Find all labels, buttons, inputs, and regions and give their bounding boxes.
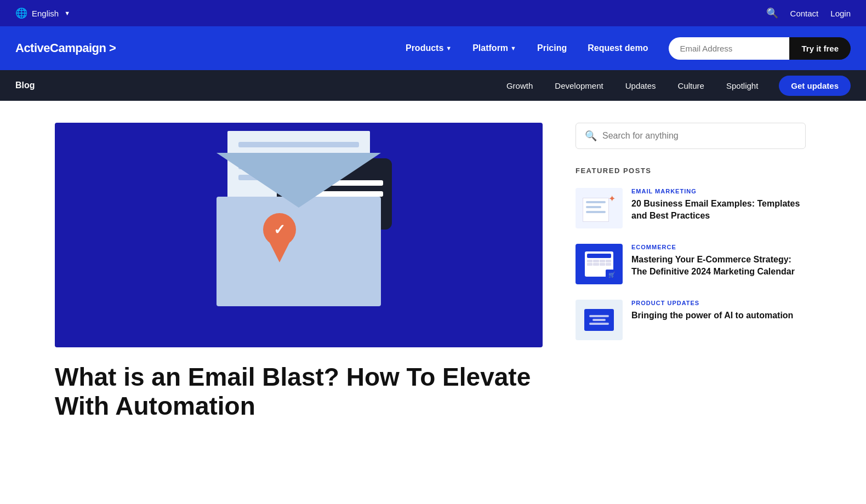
spotlight-link[interactable]: Spotlight bbox=[716, 77, 768, 95]
request-demo-link[interactable]: Request demo bbox=[580, 39, 656, 58]
envelope-flap bbox=[216, 153, 381, 208]
featured-post-2: 🛒 ECOMMERCE Mastering Your E-Commerce St… bbox=[576, 244, 806, 284]
blog-nav-links: Growth Development Updates Culture Spotl… bbox=[497, 77, 768, 95]
language-label: English bbox=[32, 9, 59, 18]
featured-thumb-3 bbox=[576, 300, 623, 340]
email-input[interactable] bbox=[669, 37, 789, 60]
featured-text-3: PRODUCT UPDATES Bringing the power of AI… bbox=[631, 300, 806, 322]
try-free-button[interactable]: Try it free bbox=[789, 37, 851, 60]
featured-category-3: PRODUCT UPDATES bbox=[631, 300, 806, 306]
search-box: 🔍 bbox=[576, 123, 806, 149]
search-input[interactable] bbox=[602, 131, 796, 141]
check-icon: ✓ bbox=[274, 221, 286, 238]
letter-line bbox=[238, 142, 359, 147]
article-title: What is an Email Blast? How To Elevate W… bbox=[55, 363, 543, 421]
sidebar: 🔍 FEATURED POSTS ✦ EMAIL MARKETING 20 Bu bbox=[576, 123, 806, 421]
culture-link[interactable]: Culture bbox=[668, 77, 714, 95]
pin-tail bbox=[269, 240, 290, 262]
chevron-down-icon: ▼ bbox=[446, 45, 452, 51]
top-bar-right: 🔍 Contact Login bbox=[766, 7, 851, 19]
cart-icon: 🛒 bbox=[606, 270, 618, 279]
featured-post-3: PRODUCT UPDATES Bringing the power of AI… bbox=[576, 300, 806, 340]
search-icon: 🔍 bbox=[585, 130, 597, 142]
updates-link[interactable]: Updates bbox=[616, 77, 666, 95]
pin-icon: ✓ bbox=[260, 213, 299, 262]
blog-label: Blog bbox=[15, 81, 35, 90]
login-link[interactable]: Login bbox=[830, 9, 851, 18]
envelope-illustration: ✓ bbox=[195, 153, 403, 317]
nav-links: Products ▼ Platform ▼ Pricing Request de… bbox=[398, 39, 656, 58]
featured-thumb-2: 🛒 bbox=[576, 244, 623, 284]
featured-title-2[interactable]: Mastering Your E-Commerce Strategy: The … bbox=[631, 254, 806, 277]
development-link[interactable]: Development bbox=[545, 77, 613, 95]
search-icon-top[interactable]: 🔍 bbox=[766, 7, 778, 19]
chevron-down-icon: ▼ bbox=[64, 10, 70, 16]
main-nav: ActiveCampaign > Products ▼ Platform ▼ P… bbox=[0, 26, 866, 70]
envelope-back bbox=[216, 197, 381, 306]
featured-title-3[interactable]: Bringing the power of AI to automation bbox=[631, 310, 806, 322]
chevron-down-icon: ▼ bbox=[510, 45, 516, 51]
globe-icon: 🌐 bbox=[15, 7, 27, 19]
top-bar: 🌐 English ▼ 🔍 Contact Login bbox=[0, 0, 866, 26]
main-article: ✓ What is an Email Blast? How To Elevate… bbox=[55, 123, 543, 421]
language-selector[interactable]: 🌐 English ▼ bbox=[15, 7, 70, 19]
products-link[interactable]: Products ▼ bbox=[398, 39, 459, 58]
hero-image: ✓ bbox=[55, 123, 543, 347]
growth-link[interactable]: Growth bbox=[497, 77, 543, 95]
featured-text-1: EMAIL MARKETING 20 Business Email Exampl… bbox=[631, 188, 806, 221]
featured-thumb-1: ✦ bbox=[576, 188, 623, 228]
logo[interactable]: ActiveCampaign > bbox=[15, 41, 116, 55]
featured-title-1[interactable]: 20 Business Email Examples: Templates an… bbox=[631, 198, 806, 221]
get-updates-button[interactable]: Get updates bbox=[779, 76, 851, 96]
featured-post-1: ✦ EMAIL MARKETING 20 Business Email Exam… bbox=[576, 188, 806, 228]
contact-link[interactable]: Contact bbox=[790, 9, 819, 18]
star-icon: ✦ bbox=[608, 193, 616, 204]
content-area: ✓ What is an Email Blast? How To Elevate… bbox=[0, 101, 866, 443]
blog-nav: Blog Growth Development Updates Culture … bbox=[0, 70, 866, 101]
email-cta: Try it free bbox=[669, 37, 851, 60]
featured-posts-heading: FEATURED POSTS bbox=[576, 167, 806, 175]
platform-link[interactable]: Platform ▼ bbox=[465, 39, 524, 58]
featured-category-1: EMAIL MARKETING bbox=[631, 188, 806, 194]
pricing-link[interactable]: Pricing bbox=[529, 39, 574, 58]
featured-category-2: ECOMMERCE bbox=[631, 244, 806, 250]
featured-text-2: ECOMMERCE Mastering Your E-Commerce Stra… bbox=[631, 244, 806, 277]
